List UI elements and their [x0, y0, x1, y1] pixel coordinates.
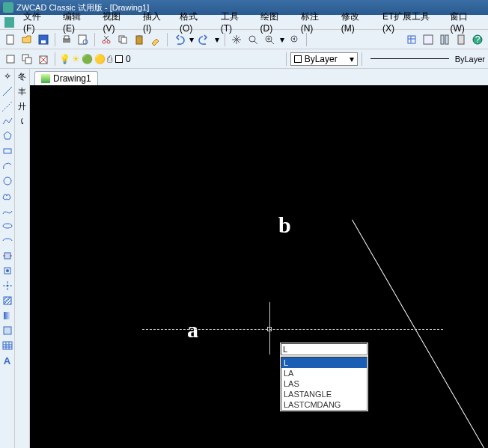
layer-color-swatch[interactable] — [115, 55, 123, 63]
redo-button[interactable] — [197, 32, 212, 47]
polygon-icon[interactable] — [1, 130, 13, 142]
document-tab-label: Drawing1 — [53, 73, 91, 84]
print-button[interactable] — [59, 32, 74, 47]
open-button[interactable] — [19, 32, 34, 47]
svg-point-29 — [3, 224, 12, 228]
construction-line-icon[interactable] — [1, 100, 13, 112]
menu-modify[interactable]: 修改(M) — [335, 9, 376, 35]
mirror-icon[interactable]: 丰 — [16, 85, 28, 97]
svg-point-32 — [6, 269, 9, 272]
svg-rect-27 — [4, 149, 11, 153]
svg-rect-2 — [41, 40, 46, 43]
plot-icon[interactable]: ⎙ — [107, 54, 112, 64]
tool-palettes-button[interactable] — [437, 32, 452, 47]
annotation-b: b — [278, 212, 291, 238]
circle-icon[interactable] — [1, 175, 13, 187]
autocomplete-item[interactable]: LASTANGLE — [281, 389, 367, 399]
cut-button[interactable] — [99, 32, 114, 47]
drawing-canvas[interactable]: a b L LA LAS LASTANGLE LASTCMDANG — [30, 85, 488, 448]
zoom-realtime-button[interactable] — [245, 32, 260, 47]
svg-rect-19 — [445, 35, 448, 44]
annotation-a: a — [187, 317, 198, 343]
new-button[interactable] — [3, 32, 18, 47]
zoom-prev-button[interactable] — [287, 32, 302, 47]
autocomplete-item[interactable]: LAS — [281, 378, 367, 389]
design-center-button[interactable] — [421, 32, 436, 47]
undo-button[interactable] — [171, 32, 186, 47]
svg-point-8 — [107, 40, 110, 43]
copy-button[interactable] — [115, 32, 130, 47]
arc-icon[interactable] — [1, 160, 13, 172]
svg-rect-16 — [408, 36, 415, 43]
svg-rect-0 — [7, 35, 13, 44]
polyline-icon[interactable] — [1, 115, 13, 127]
sun-icon[interactable]: 🟡 — [94, 54, 106, 64]
zoom-dropdown[interactable]: ▾ — [278, 32, 286, 47]
ellipse-arc-icon[interactable] — [1, 235, 13, 247]
svg-rect-37 — [3, 342, 12, 349]
save-button[interactable] — [36, 32, 51, 47]
file-icon — [4, 17, 14, 28]
linetype-preview — [370, 58, 449, 59]
offset-icon[interactable]: 廾 — [16, 100, 28, 112]
autocomplete-item[interactable]: LASTCMDANG — [281, 399, 367, 410]
svg-rect-10 — [121, 37, 126, 43]
svg-rect-36 — [4, 327, 11, 334]
insert-block-icon[interactable] — [1, 250, 13, 262]
layout-copy-button[interactable] — [19, 52, 34, 67]
table-icon[interactable] — [1, 340, 13, 352]
chinese-char-icon[interactable]: 冬 — [16, 70, 28, 82]
drawing-file-icon — [41, 74, 50, 83]
layer-toolbar: 💡 ☀ 🟢 🟡 ⎙ 0 ByLayer ▾ ByLayer — [0, 49, 488, 69]
autocomplete-item[interactable]: L — [281, 358, 367, 368]
paste-button[interactable] — [132, 32, 147, 47]
color-swatch-icon — [294, 55, 302, 63]
svg-rect-23 — [7, 55, 14, 63]
command-input[interactable] — [281, 343, 367, 355]
osnap-toggle-icon[interactable]: ✧ — [1, 70, 13, 82]
help-button[interactable]: ? — [470, 32, 485, 47]
undo-dropdown[interactable]: ▾ — [188, 32, 195, 47]
svg-point-7 — [103, 40, 106, 43]
gradient-icon[interactable] — [1, 310, 13, 322]
autocomplete-list[interactable]: L LA LAS LASTANGLE LASTCMDANG — [281, 357, 367, 411]
document-area: Drawing1 a b L LA LAS LASTANGLE LASTCMDA… — [30, 69, 488, 448]
point-icon[interactable] — [1, 280, 13, 292]
match-prop-button[interactable] — [148, 32, 163, 47]
document-tab[interactable]: Drawing1 — [34, 71, 98, 85]
linetype-value: ByLayer — [455, 55, 485, 64]
work-area: ✧ A 冬 丰 廾 ⤹ Drawing1 — [0, 69, 488, 448]
chevron-down-icon: ▾ — [350, 54, 354, 64]
hatch-icon[interactable] — [1, 295, 13, 307]
color-dropdown[interactable]: ByLayer ▾ — [290, 52, 358, 66]
bulb-icon[interactable]: 💡 — [59, 54, 70, 64]
layer-zero-label: 0 — [126, 54, 131, 64]
freeze-icon[interactable]: ☀ — [72, 54, 80, 64]
line-icon[interactable] — [1, 85, 13, 97]
layout-del-button[interactable] — [36, 52, 51, 67]
svg-rect-17 — [424, 35, 433, 44]
svg-point-13 — [249, 36, 255, 42]
mtext-icon[interactable]: A — [1, 355, 13, 366]
rotate-icon[interactable]: ⤹ — [16, 115, 28, 127]
revcloud-icon[interactable] — [1, 190, 13, 202]
print-preview-button[interactable] — [76, 32, 91, 47]
lock-icon[interactable]: 🟢 — [82, 54, 93, 64]
svg-rect-18 — [441, 35, 444, 44]
svg-text:?: ? — [475, 34, 481, 45]
zoom-window-button[interactable] — [262, 32, 277, 47]
svg-point-33 — [6, 285, 8, 287]
calculator-button[interactable] — [454, 32, 469, 47]
rectangle-icon[interactable] — [1, 145, 13, 157]
redo-dropdown[interactable]: ▾ — [213, 32, 221, 47]
ellipse-icon[interactable] — [1, 220, 13, 232]
crosshair-pickbox — [267, 327, 272, 331]
spline-icon[interactable] — [1, 205, 13, 217]
properties-button[interactable] — [404, 32, 419, 47]
pan-button[interactable] — [229, 32, 244, 47]
autocomplete-item[interactable]: LA — [281, 368, 367, 378]
region-icon[interactable] — [1, 325, 13, 337]
layout-new-button[interactable] — [3, 52, 18, 67]
make-block-icon[interactable] — [1, 265, 13, 277]
svg-rect-20 — [458, 35, 464, 44]
